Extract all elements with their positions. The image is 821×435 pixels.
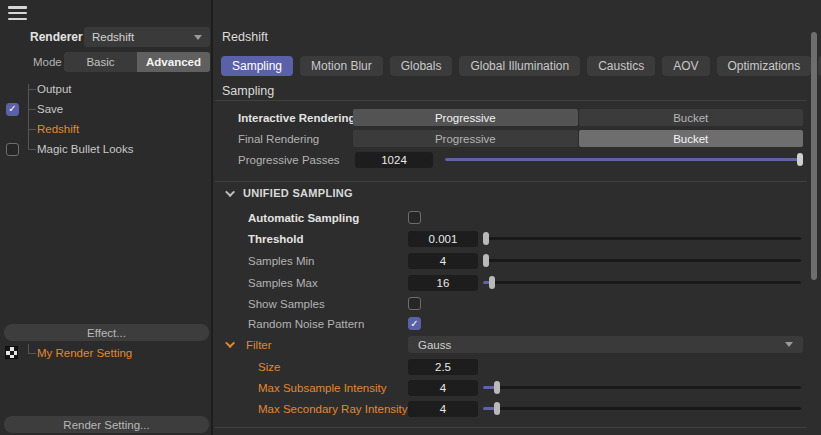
- threshold-field[interactable]: 0.001: [408, 231, 478, 247]
- row-interactive-rendering: Interactive Rendering Progressive Bucket: [215, 107, 807, 128]
- tab-motion-blur[interactable]: Motion Blur: [300, 56, 383, 76]
- final-progressive-button[interactable]: Progressive: [353, 130, 578, 147]
- slider-handle[interactable]: [494, 402, 500, 415]
- progressive-passes-slider[interactable]: [445, 153, 803, 166]
- divider: [215, 181, 807, 182]
- final-rendering-label: Final Rendering: [238, 133, 319, 145]
- row-automatic-sampling: Automatic Sampling: [215, 207, 807, 228]
- row-show-samples: Show Samples: [215, 293, 807, 314]
- tree-item-redshift[interactable]: Redshift: [0, 119, 213, 139]
- samples-max-slider[interactable]: [483, 276, 801, 289]
- tab-sampling[interactable]: Sampling: [221, 56, 293, 76]
- automatic-sampling-checkbox[interactable]: [408, 211, 421, 224]
- slider-handle[interactable]: [494, 381, 500, 394]
- render-settings-window: Renderer Redshift Mode Basic Advanced Ou…: [0, 0, 821, 435]
- progressive-passes-field[interactable]: 1024: [355, 152, 433, 168]
- tree-item-magic-bullet-looks[interactable]: Magic Bullet Looks: [0, 139, 213, 159]
- mode-label: Mode: [33, 56, 62, 68]
- tree-item-label[interactable]: Magic Bullet Looks: [37, 143, 134, 155]
- row-progressive-passes: Progressive Passes 1024: [215, 149, 807, 170]
- mode-advanced-button[interactable]: Advanced: [137, 52, 210, 72]
- row-samples-min: Samples Min 4: [215, 250, 807, 271]
- renderer-dropdown[interactable]: Redshift: [84, 27, 210, 47]
- row-final-rendering: Final Rendering Progressive Bucket: [215, 128, 807, 149]
- row-max-secondary-ray-intensity: Max Secondary Ray Intensity 4: [215, 398, 807, 419]
- render-setting-name[interactable]: My Render Setting: [37, 347, 132, 359]
- final-rendering-segmented: Progressive Bucket: [353, 130, 803, 147]
- save-enabled-checkbox[interactable]: ✓: [6, 103, 19, 116]
- tab-caustics[interactable]: Caustics: [587, 56, 655, 76]
- tab-optimizations[interactable]: Optimizations: [717, 56, 812, 76]
- render-setting-button[interactable]: Render Setting...: [4, 416, 209, 433]
- progressive-passes-label: Progressive Passes: [238, 154, 340, 166]
- slider-handle[interactable]: [483, 254, 489, 267]
- tree-item-label[interactable]: Redshift: [37, 123, 79, 135]
- main-panel: Redshift Sampling Motion Blur Globals Gl…: [215, 0, 821, 435]
- samples-max-field[interactable]: 16: [408, 275, 478, 291]
- final-bucket-button[interactable]: Bucket: [579, 130, 804, 147]
- filter-size-label: Size: [258, 361, 280, 373]
- tree-item-save[interactable]: ✓ Save: [0, 99, 213, 119]
- magic-bullet-looks-checkbox[interactable]: [6, 143, 19, 156]
- mode-segmented-control: Basic Advanced: [64, 52, 210, 72]
- check-icon: ✓: [8, 104, 16, 114]
- divider: [215, 427, 807, 428]
- left-panel: Renderer Redshift Mode Basic Advanced Ou…: [0, 0, 213, 435]
- show-samples-label: Show Samples: [248, 298, 325, 310]
- filter-size-field[interactable]: 2.5: [408, 359, 478, 375]
- check-icon: ✓: [410, 319, 418, 329]
- max-subsample-intensity-field[interactable]: 4: [408, 380, 478, 396]
- random-noise-pattern-label: Random Noise Pattern: [248, 318, 364, 330]
- row-samples-max: Samples Max 16: [215, 272, 807, 293]
- tree-item-label[interactable]: Save: [37, 103, 63, 115]
- filter-dropdown[interactable]: Gauss: [408, 336, 803, 353]
- tab-aov[interactable]: AOV: [662, 56, 709, 76]
- row-filter: Filter Gauss: [215, 334, 807, 355]
- interactive-rendering-segmented: Progressive Bucket: [353, 109, 803, 126]
- renderer-row: Renderer: [30, 27, 83, 47]
- tree-item-label[interactable]: Output: [37, 83, 72, 95]
- vertical-scrollbar[interactable]: [811, 32, 817, 280]
- max-subsample-intensity-label: Max Subsample Intensity: [258, 382, 386, 394]
- mode-basic-button[interactable]: Basic: [64, 52, 137, 72]
- interactive-bucket-button[interactable]: Bucket: [579, 109, 804, 126]
- chevron-down-icon[interactable]: [225, 338, 235, 348]
- effect-button[interactable]: Effect...: [4, 324, 209, 341]
- row-random-noise-pattern: Random Noise Pattern ✓: [215, 313, 807, 334]
- max-secondary-ray-intensity-label: Max Secondary Ray Intensity: [258, 403, 408, 415]
- tree-item-output[interactable]: Output: [0, 79, 213, 99]
- interactive-progressive-button[interactable]: Progressive: [353, 109, 578, 126]
- slider-handle[interactable]: [489, 276, 495, 289]
- samples-min-field[interactable]: 4: [408, 253, 478, 269]
- row-filter-size: Size 2.5: [215, 356, 807, 377]
- max-secondary-ray-intensity-field[interactable]: 4: [408, 401, 478, 417]
- random-noise-pattern-checkbox[interactable]: ✓: [408, 317, 421, 330]
- unified-sampling-header[interactable]: UNIFIED SAMPLING: [228, 187, 353, 199]
- interactive-rendering-label: Interactive Rendering: [238, 112, 356, 124]
- slider-handle[interactable]: [797, 153, 803, 166]
- max-subsample-intensity-slider[interactable]: [483, 381, 801, 394]
- tab-bar: Sampling Motion Blur Globals Global Illu…: [221, 56, 821, 76]
- mode-row: Mode: [33, 52, 62, 72]
- renderer-label: Renderer: [30, 30, 83, 44]
- tab-globals[interactable]: Globals: [390, 56, 453, 76]
- row-threshold: Threshold 0.001: [215, 228, 807, 249]
- hamburger-menu-icon[interactable]: [8, 6, 27, 20]
- samples-max-label: Samples Max: [248, 277, 318, 289]
- max-secondary-ray-intensity-slider[interactable]: [483, 402, 801, 415]
- chevron-down-icon: [194, 35, 202, 40]
- samples-min-slider[interactable]: [483, 254, 801, 267]
- filter-dropdown-value: Gauss: [418, 339, 785, 351]
- samples-min-label: Samples Min: [248, 255, 314, 267]
- unified-sampling-title: UNIFIED SAMPLING: [243, 187, 353, 199]
- slider-handle[interactable]: [483, 232, 489, 245]
- chevron-down-icon[interactable]: [225, 187, 235, 197]
- list-item-my-render-setting[interactable]: My Render Setting: [0, 343, 213, 363]
- tab-global-illumination[interactable]: Global Illumination: [459, 56, 580, 76]
- filter-label: Filter: [246, 339, 272, 351]
- threshold-slider[interactable]: [483, 232, 801, 245]
- chevron-down-icon: [785, 342, 793, 347]
- section-title: Sampling: [222, 84, 274, 98]
- page-title: Redshift: [222, 30, 268, 44]
- show-samples-checkbox[interactable]: [408, 297, 421, 310]
